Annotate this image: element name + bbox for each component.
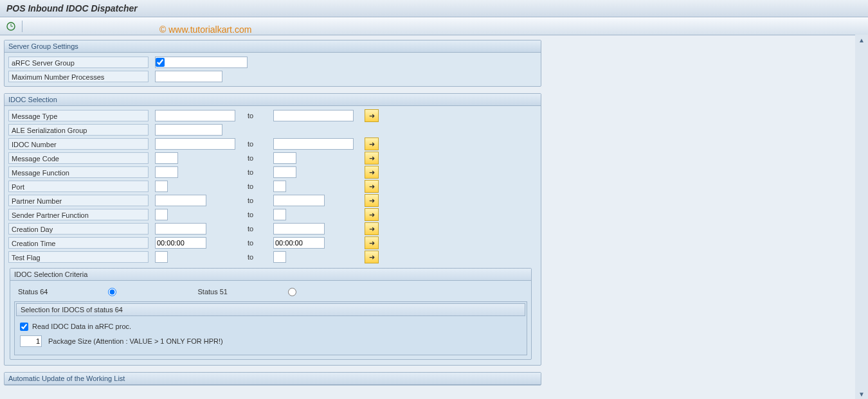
sender-partner-function-multiselect-button[interactable]: ➜ [365, 208, 379, 221]
arrow-right-icon: ➜ [369, 140, 375, 148]
creation-day-from-input[interactable] [155, 223, 206, 235]
partner-number-to-input[interactable] [273, 195, 325, 206]
test-flag-label: Test Flag [8, 251, 149, 263]
status64-radio[interactable] [108, 288, 116, 296]
to-label: to [248, 225, 253, 233]
max-processes-row: Maximum Number Processes [8, 69, 537, 84]
app-window: POS Inbound IDOC Dispatcher Server Group… [0, 0, 868, 399]
partner-number-label: Partner Number [8, 195, 149, 206]
arrow-right-icon: ➜ [369, 197, 375, 205]
page-title: POS Inbound IDOC Dispatcher [0, 0, 868, 17]
arfc-server-group-row: aRFC Server Group [8, 55, 537, 69]
to-label: to [248, 154, 253, 162]
content-area: Server Group Settings aRFC Server Group … [0, 35, 855, 399]
to-label: to [248, 182, 253, 190]
to-label: to [248, 211, 253, 218]
scroll-down-icon[interactable]: ▼ [856, 389, 867, 399]
read-idoc-checkbox[interactable] [20, 323, 28, 331]
server-group-panel: Server Group Settings aRFC Server Group … [4, 40, 541, 87]
status64-label: Status 64 [18, 288, 48, 296]
read-idoc-label: Read IDOC Data in aRFC proc. [32, 323, 131, 330]
message-code-row: Message Code to ➜ [8, 151, 537, 165]
to-label: to [248, 253, 253, 261]
execute-button[interactable] [5, 21, 17, 32]
idoc-criteria-panel: IDOC Selection Criteria Status 64 Status… [10, 268, 532, 360]
idoc-number-multiselect-button[interactable]: ➜ [365, 137, 379, 150]
sender-partner-function-from-input[interactable] [155, 209, 168, 220]
status-radio-row: Status 64 Status 51 [14, 285, 527, 299]
creation-day-to-input[interactable] [273, 223, 325, 235]
package-size-label: Package Size (Attention : VALUE > 1 ONLY… [48, 337, 223, 345]
message-function-row: Message Function to ➜ [8, 165, 537, 179]
sender-partner-function-label: Sender Partner Function [8, 209, 149, 220]
max-processes-input[interactable] [155, 71, 222, 82]
arrow-right-icon: ➜ [369, 225, 375, 233]
arfc-server-group-input[interactable] [168, 57, 239, 67]
message-code-from-input[interactable] [155, 152, 178, 164]
application-toolbar [0, 17, 868, 35]
message-function-label: Message Function [8, 166, 149, 178]
arfc-server-group-label: aRFC Server Group [8, 57, 149, 68]
partner-number-from-input[interactable] [155, 195, 206, 206]
test-flag-multiselect-button[interactable]: ➜ [365, 251, 379, 263]
to-label: to [248, 239, 253, 247]
arrow-right-icon: ➜ [369, 154, 375, 163]
test-flag-to-input[interactable] [273, 251, 286, 263]
to-label: to [248, 140, 253, 148]
auto-update-title: Automatic Update of the Working List [5, 373, 541, 385]
package-size-row: Package Size (Attention : VALUE > 1 ONLY… [16, 334, 525, 348]
arrow-right-icon: ➜ [369, 112, 375, 120]
status51-label: Status 51 [197, 288, 227, 296]
auto-update-panel: Automatic Update of the Working List [4, 372, 541, 386]
message-type-from-input[interactable] [155, 110, 235, 121]
creation-time-to-input[interactable] [273, 237, 325, 249]
message-function-to-input[interactable] [273, 166, 296, 178]
port-to-input[interactable] [273, 181, 286, 192]
message-code-label: Message Code [8, 152, 149, 164]
ale-group-row: ALE Serialization Group [8, 123, 537, 137]
port-from-input[interactable] [155, 181, 168, 192]
message-function-multiselect-button[interactable]: ➜ [365, 166, 379, 179]
creation-time-label: Creation Time [8, 237, 149, 249]
message-code-to-input[interactable] [273, 152, 296, 164]
idoc-criteria-title: IDOC Selection Criteria [10, 269, 531, 281]
partner-number-row: Partner Number to ➜ [8, 193, 537, 208]
creation-day-label: Creation Day [8, 223, 149, 235]
test-flag-row: Test Flag to ➜ [8, 250, 537, 264]
idoc-number-from-input[interactable] [155, 138, 235, 150]
sender-partner-function-to-input[interactable] [273, 209, 286, 220]
message-code-multiselect-button[interactable]: ➜ [365, 152, 379, 164]
creation-time-from-input[interactable] [155, 237, 206, 249]
creation-day-row: Creation Day to ➜ [8, 222, 537, 236]
message-type-multiselect-button[interactable]: ➜ [365, 109, 379, 122]
partner-number-multiselect-button[interactable]: ➜ [365, 194, 379, 207]
ale-group-label: ALE Serialization Group [8, 124, 149, 136]
creation-day-multiselect-button[interactable]: ➜ [365, 222, 379, 235]
max-processes-label: Maximum Number Processes [8, 71, 149, 82]
scroll-up-icon[interactable]: ▲ [856, 35, 867, 45]
creation-time-row: Creation Time to ➜ [8, 236, 537, 250]
port-row: Port to ➜ [8, 179, 537, 193]
idoc-number-to-input[interactable] [273, 138, 354, 150]
creation-time-multiselect-button[interactable]: ➜ [365, 236, 379, 249]
server-group-title: Server Group Settings [5, 40, 541, 53]
status64-box-title: Selection for IDOCS of status 64 [16, 303, 525, 316]
idoc-selection-title: IDOC Selection [5, 94, 541, 106]
status51-radio[interactable] [288, 288, 296, 296]
to-label: to [248, 112, 253, 120]
arrow-right-icon: ➜ [369, 239, 375, 247]
status64-selection-box: Selection for IDOCS of status 64 Read ID… [14, 301, 527, 355]
idoc-selection-panel: IDOC Selection Message Type to ➜ ALE Ser… [4, 93, 541, 366]
ale-group-input[interactable] [155, 124, 222, 136]
idoc-number-label: IDOC Number [8, 138, 149, 150]
message-function-from-input[interactable] [155, 166, 178, 178]
port-multiselect-button[interactable]: ➜ [365, 180, 379, 193]
vertical-scrollbar[interactable]: ▲ ▼ [855, 35, 868, 399]
to-label: to [248, 197, 253, 204]
message-type-to-input[interactable] [273, 110, 354, 121]
port-label: Port [8, 181, 149, 192]
test-flag-from-input[interactable] [155, 251, 168, 263]
arfc-server-group-checkbox[interactable] [156, 58, 165, 67]
toolbar-separator [22, 21, 23, 32]
package-size-input[interactable] [20, 335, 42, 347]
